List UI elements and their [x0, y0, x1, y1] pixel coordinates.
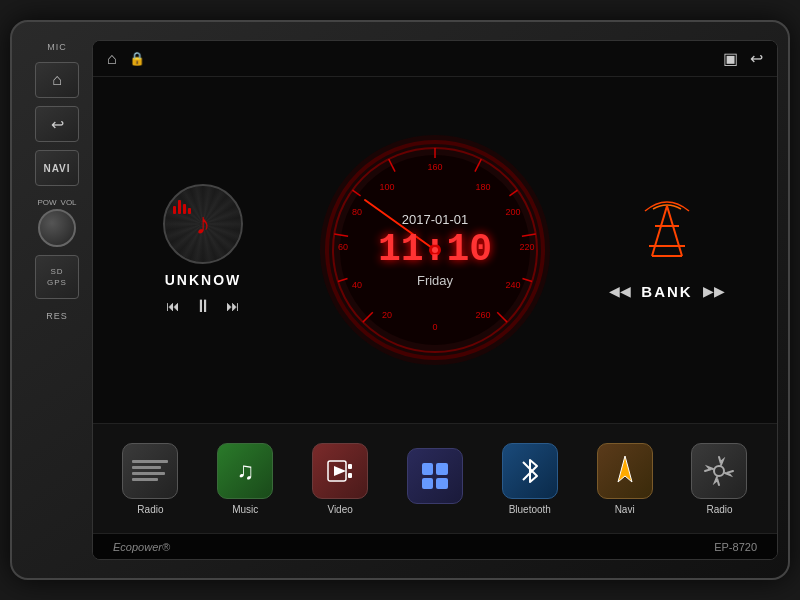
music-panel: ♪ UNKNOW ⏮ ⏸ ⏭: [113, 184, 293, 317]
antenna-icon: [637, 201, 697, 271]
settings-gear-icon: [703, 455, 735, 487]
grid-apps-icon: [422, 463, 448, 489]
app-icon-music: ♫: [217, 443, 273, 499]
app-label-video: Video: [327, 504, 352, 515]
gauge: 80 60 40 20 0 260 240 220 200 180 160 10…: [315, 130, 555, 370]
album-art[interactable]: ♪: [163, 184, 243, 264]
app-icon-radio: [122, 443, 178, 499]
pow-label: POW: [37, 198, 56, 207]
brand-text: Ecopower: [113, 541, 162, 553]
volume-knob[interactable]: [38, 209, 76, 247]
screen: ⌂ 🔒 ▣ ↩: [92, 40, 778, 560]
app-label-bluetooth: Bluetooth: [509, 504, 551, 515]
svg-marker-36: [334, 466, 346, 476]
app-item-radio[interactable]: Radio: [115, 443, 185, 515]
device: MIC ⌂ ↩ NAVI POW VOL SD GPS RES ⌂: [10, 20, 790, 580]
app-label-navi: Navi: [615, 504, 635, 515]
app-icon-navi: [597, 443, 653, 499]
svg-text:240: 240: [505, 280, 520, 290]
navi-label: NAVI: [43, 163, 70, 174]
back-side-icon: ↩: [51, 115, 64, 134]
brand-bar: Ecopower® EP-8720: [93, 533, 777, 559]
app-item-bluetooth[interactable]: Bluetooth: [495, 443, 565, 515]
app-label-music: Music: [232, 504, 258, 515]
svg-text:100: 100: [379, 182, 394, 192]
window-top-icon[interactable]: ▣: [723, 49, 738, 68]
app-icon-video: [312, 443, 368, 499]
sd-label: SD: [50, 266, 63, 277]
home-side-button[interactable]: ⌂: [35, 62, 79, 98]
navi-compass-icon: [610, 454, 640, 488]
svg-text:40: 40: [352, 280, 362, 290]
radio-panel: ◀◀ BANK ▶▶: [577, 201, 757, 300]
gauge-date: 2017-01-01: [402, 212, 469, 227]
visualizer: [173, 194, 191, 214]
app-item-apps[interactable]: [400, 448, 470, 509]
app-grid: Radio ♫ Music: [93, 423, 777, 533]
top-bar-left: ⌂ 🔒: [107, 50, 145, 68]
svg-point-41: [714, 466, 724, 476]
svg-text:180: 180: [475, 182, 490, 192]
radio-station: BANK: [641, 283, 692, 300]
prev-button[interactable]: ⏮: [166, 298, 180, 314]
sd-gps-button[interactable]: SD GPS: [35, 255, 79, 299]
app-item-navi[interactable]: Navi: [590, 443, 660, 515]
lock-top-icon[interactable]: 🔒: [129, 51, 145, 66]
top-bar-right: ▣ ↩: [723, 49, 763, 68]
app-label-radio: Radio: [137, 504, 163, 515]
svg-text:200: 200: [505, 207, 520, 217]
main-content: ♪ UNKNOW ⏮ ⏸ ⏭: [93, 77, 777, 533]
next-button[interactable]: ⏭: [226, 298, 240, 314]
track-name: UNKNOW: [165, 272, 242, 288]
playback-controls: ⏮ ⏸ ⏭: [166, 296, 240, 317]
svg-text:160: 160: [427, 162, 442, 172]
video-play-icon: [326, 457, 354, 485]
home-top-icon[interactable]: ⌂: [107, 50, 117, 68]
music-app-icon: ♫: [236, 457, 254, 485]
gps-label: GPS: [47, 277, 67, 288]
svg-text:20: 20: [382, 310, 392, 320]
play-pause-button[interactable]: ⏸: [194, 296, 212, 317]
vol-label: VOL: [61, 198, 77, 207]
svg-text:60: 60: [338, 242, 348, 252]
navi-button[interactable]: NAVI: [35, 150, 79, 186]
radio-controls: ◀◀ BANK ▶▶: [609, 283, 724, 300]
radio-icon-lines: [132, 457, 168, 485]
app-icon-apps: [407, 448, 463, 504]
app-item-video[interactable]: Video: [305, 443, 375, 515]
svg-line-30: [652, 206, 667, 256]
radio-prev-button[interactable]: ◀◀: [609, 283, 631, 299]
bluetooth-icon: [516, 454, 544, 488]
app-icon-bluetooth: [502, 443, 558, 499]
home-side-icon: ⌂: [52, 71, 62, 89]
clock-day: Friday: [417, 273, 453, 288]
back-top-icon[interactable]: ↩: [750, 49, 763, 68]
knob-area: POW VOL: [37, 198, 76, 247]
radio-next-button[interactable]: ▶▶: [703, 283, 725, 299]
app-item-music[interactable]: ♫ Music: [210, 443, 280, 515]
app-label-settings: Radio: [706, 504, 732, 515]
mic-label: MIC: [47, 42, 67, 52]
brand-name: Ecopower®: [113, 541, 170, 553]
svg-text:260: 260: [475, 310, 490, 320]
pow-vol-labels: POW VOL: [37, 198, 76, 207]
app-icon-settings: [691, 443, 747, 499]
clock-section: ♪ UNKNOW ⏮ ⏸ ⏭: [93, 77, 777, 423]
svg-text:0: 0: [432, 322, 437, 332]
svg-rect-37: [348, 464, 352, 469]
svg-text:80: 80: [352, 207, 362, 217]
svg-rect-38: [348, 473, 352, 478]
top-bar: ⌂ 🔒 ▣ ↩: [93, 41, 777, 77]
app-item-settings[interactable]: Radio: [684, 443, 754, 515]
svg-marker-39: [618, 456, 632, 482]
clock-time: 11:10: [378, 231, 492, 269]
svg-line-31: [667, 206, 682, 256]
brand-model: EP-8720: [714, 541, 757, 553]
music-note-icon: ♪: [196, 207, 211, 241]
gauge-inner: 2017-01-01 11:10 Friday: [378, 212, 492, 288]
res-label: RES: [46, 311, 68, 321]
left-panel: MIC ⌂ ↩ NAVI POW VOL SD GPS RES: [22, 32, 92, 568]
svg-text:220: 220: [519, 242, 534, 252]
back-side-button[interactable]: ↩: [35, 106, 79, 142]
